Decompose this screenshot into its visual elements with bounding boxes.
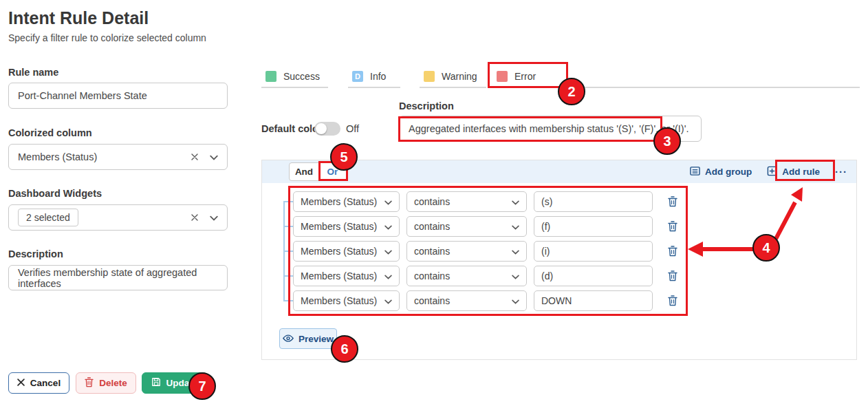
rule-column-value: Members (Status) [301, 246, 377, 257]
info-color-swatch: D [352, 71, 363, 82]
cancel-label: Cancel [30, 378, 61, 388]
chevron-down-icon [512, 270, 519, 281]
tab-success[interactable]: Success [261, 66, 328, 88]
eye-icon [283, 334, 294, 344]
rule-column-select[interactable]: Members (Status) [293, 241, 400, 262]
chevron-down-icon [384, 221, 392, 232]
rule-column-select[interactable]: Members (Status) [293, 290, 400, 311]
chevron-down-icon[interactable] [210, 212, 218, 223]
rule-column-select[interactable]: Members (Status) [293, 216, 400, 237]
rule-value-input[interactable]: (f) [534, 216, 653, 237]
clear-icon[interactable] [191, 212, 198, 223]
rule-row: Members (Status) contains DOWN [293, 290, 677, 311]
rule-column-value: Members (Status) [301, 295, 377, 306]
tab-info-label: Info [370, 71, 386, 82]
description-input[interactable]: Verifies membership state of aggregated … [8, 265, 228, 290]
rule-value-input[interactable]: (i) [534, 241, 653, 262]
close-icon [17, 378, 25, 388]
rule-operator-select[interactable]: contains [406, 266, 527, 286]
tree-stub [283, 251, 293, 252]
default-color-label: Default color [261, 123, 323, 134]
and-button[interactable]: And [289, 162, 319, 181]
rule-value-input[interactable]: (d) [534, 266, 653, 286]
tab-info[interactable]: D Info [348, 66, 400, 88]
dashboard-widgets-select[interactable]: 2 selected [8, 204, 228, 231]
rule-value: DOWN [541, 295, 572, 306]
colorized-column-select[interactable]: Members (Status) [8, 144, 228, 170]
rule-name-value: Port-Channel Members State [18, 90, 147, 101]
tab-strip-filler [572, 66, 860, 88]
trash-icon[interactable] [668, 221, 677, 232]
tab-error-label: Error [514, 71, 536, 82]
tab-warning[interactable]: Warning [420, 66, 486, 88]
trash-icon[interactable] [668, 246, 677, 257]
trash-icon [85, 377, 94, 390]
tree-stub [283, 275, 293, 277]
trash-icon[interactable] [668, 270, 677, 281]
severity-description-value: Aggregated interfaces with membership st… [409, 123, 688, 134]
rule-value-input[interactable]: (s) [534, 191, 653, 212]
rule-column-select[interactable]: Members (Status) [293, 266, 400, 286]
annotation-step-6-badge: 6 [331, 335, 358, 363]
colorized-column-value: Members (Status) [18, 151, 97, 162]
cancel-button[interactable]: Cancel [8, 372, 69, 394]
intent-rule-detail-page: Intent Rule Detail Specify a filter rule… [0, 0, 868, 404]
trash-icon[interactable] [668, 196, 677, 207]
delete-label: Delete [99, 378, 127, 388]
tree-stub [283, 300, 293, 301]
save-icon [151, 377, 161, 389]
rule-operator-select[interactable]: contains [406, 216, 527, 237]
toggle-knob [316, 123, 327, 134]
preview-button[interactable]: Preview [279, 328, 337, 349]
tree-stub [283, 226, 293, 227]
chevron-down-icon[interactable] [210, 151, 218, 162]
tree-stub [283, 201, 293, 202]
add-group-button[interactable]: Add group [690, 166, 752, 178]
default-badge: D [355, 73, 360, 81]
add-rule-button[interactable]: Add rule [767, 166, 820, 178]
description-value: Verifies membership state of aggregated … [18, 267, 218, 289]
success-color-swatch [265, 71, 276, 82]
rule-operator-select[interactable]: contains [406, 191, 527, 212]
toggle-state-label: Off [346, 123, 359, 134]
severity-description-label: Description [399, 100, 454, 111]
clear-icon[interactable] [191, 151, 198, 162]
rule-operator-value: contains [414, 295, 450, 306]
rule-operator-select[interactable]: contains [406, 241, 527, 262]
chevron-down-icon [384, 196, 392, 207]
tab-success-label: Success [283, 71, 320, 82]
delete-button[interactable]: Delete [76, 372, 136, 394]
selected-count-chip: 2 selected [18, 209, 78, 226]
rule-operator-value: contains [414, 270, 450, 281]
rule-name-input[interactable]: Port-Channel Members State [8, 83, 228, 109]
annotation-step-3-badge: 3 [653, 127, 681, 155]
annotation-step-2-badge: 2 [558, 78, 585, 105]
dashboard-widgets-label: Dashboard Widgets [8, 188, 102, 199]
rule-value: (i) [541, 246, 550, 257]
rule-operator-select[interactable]: contains [406, 290, 527, 311]
description-label: Description [8, 248, 63, 259]
chevron-down-icon [512, 246, 519, 257]
preview-label: Preview [299, 334, 334, 344]
trash-icon[interactable] [668, 295, 677, 306]
rule-operator-value: contains [414, 196, 450, 207]
rule-operator-value: contains [414, 221, 450, 232]
tab-warning-label: Warning [442, 71, 477, 82]
chevron-down-icon [384, 270, 392, 281]
chevron-down-icon [384, 246, 392, 257]
add-group-label: Add group [705, 167, 752, 177]
rule-value: (s) [541, 196, 552, 207]
more-options-button[interactable]: ··· [835, 166, 847, 178]
error-color-swatch [497, 71, 508, 82]
and-label: And [295, 167, 313, 177]
annotation-step-5-badge: 5 [330, 143, 358, 171]
rule-name-label: Rule name [8, 67, 58, 78]
rule-value: (f) [541, 221, 550, 232]
rule-column-value: Members (Status) [301, 221, 377, 232]
list-icon [690, 166, 700, 178]
add-rule-label: Add rule [782, 167, 820, 177]
tab-error[interactable]: Error [490, 66, 568, 88]
default-color-toggle[interactable] [314, 122, 340, 136]
rule-column-select[interactable]: Members (Status) [293, 191, 400, 212]
rule-value-input[interactable]: DOWN [534, 290, 653, 311]
